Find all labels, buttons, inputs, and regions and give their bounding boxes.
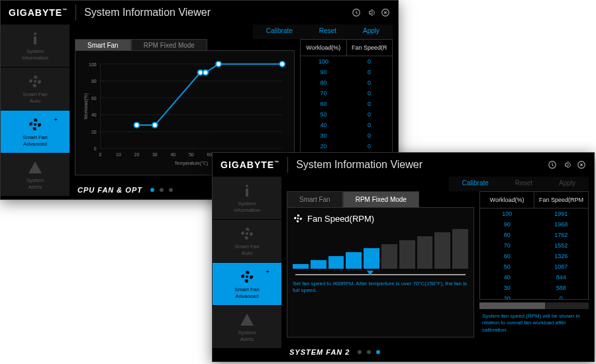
table-cell: 1968 [534,219,589,230]
sidebar-item-label: System Alerts [238,330,256,342]
fan-icon [25,73,45,89]
page-dots [358,350,380,354]
page-dot[interactable] [169,188,173,192]
info-icon [25,30,45,46]
close-icon[interactable] [381,8,390,17]
sidebar-item-smart-fan-advanced[interactable]: + Smart Fan Advanced [1,111,70,153]
svg-point-5 [34,123,36,126]
table-row: 801762 [480,230,588,240]
fan-icon [237,269,257,285]
table-cell: 0 [346,109,392,120]
table-cell: 80 [301,77,346,88]
table-cell: 100 [480,208,534,219]
svg-point-38 [246,185,248,187]
svg-text:40: 40 [91,113,97,117]
table-cell: 0 [346,130,392,141]
table-row: 800 [301,77,392,88]
sidebar-item-label: System Information [22,48,48,61]
table-cell: 1552 [534,240,589,251]
page-dot[interactable] [376,350,380,354]
table-cell: 0 [346,67,392,77]
close-icon[interactable] [577,160,586,169]
table-cell: 40 [480,272,534,283]
gear-icon[interactable] [562,160,571,169]
sidebar-item-system-alerts[interactable]: System Alerts [1,154,70,196]
table-cell: 0 [346,99,392,109]
tab-rpm-fixed[interactable]: RPM Fixed Mode [131,39,207,50]
table-cell: 0 [346,88,392,99]
table-row: 400 [301,120,392,130]
apply-button[interactable]: Apply [350,24,393,39]
svg-point-31 [152,122,158,128]
svg-point-41 [246,275,248,278]
sidebar-item-label: System Alerts [26,177,44,190]
titlebar: GIGABYTE™ System Information Viewer [213,153,594,177]
table-row: 40844 [480,272,588,283]
sidebar-item-smart-fan-auto[interactable]: Smart Fan Auto [213,220,281,262]
calibrate-button[interactable]: Calibrate [449,177,502,191]
table-cell: 40 [301,120,346,130]
reset-button[interactable]: Reset [502,177,546,191]
table-row: 600 [301,99,392,109]
table-cell: 70 [301,88,346,99]
calibration-note: System fan speed (RPM) will be shown in … [479,309,589,338]
svg-text:10: 10 [116,152,121,157]
table-cell: 844 [534,272,589,283]
rpm-panel: Fan Speed(RPM) Set fan speed to 900RPM. … [287,207,474,338]
app-title: System Information Viewer [84,7,352,19]
sidebar-item-system-info[interactable]: System Information [213,177,281,219]
rpm-hint: Set fan speed to 900RPM. After tempertur… [293,281,468,295]
rpm-title: Fan Speed(RPM) [307,214,374,224]
x-axis-label: Temperature(°C) [174,161,208,166]
page-dot[interactable] [358,350,362,354]
table-cell: 20 [301,141,346,152]
svg-point-4 [34,80,36,83]
sidebar-item-label: System Information [234,201,260,213]
sidebar-item-smart-fan-auto[interactable]: Smart Fan Auto [1,68,70,110]
svg-text:0: 0 [99,152,102,157]
titlebar: GIGABYTE™ System Information Viewer [1,1,398,24]
gear-icon[interactable] [366,8,375,17]
calibrate-button[interactable]: Calibrate [253,24,306,39]
apply-button[interactable]: Apply [546,177,589,191]
table-cell: 588 [534,283,589,293]
sidebar: System Information Smart Fan Auto + Smar… [1,24,70,199]
update-icon[interactable] [352,8,361,17]
svg-point-35 [279,62,285,67]
horizontal-scrollbar[interactable] [479,302,589,309]
page-dot[interactable] [150,188,154,192]
sidebar-item-smart-fan-advanced[interactable]: + Smart Fan Advanced [213,263,281,305]
rpm-level-indicator[interactable] [293,229,468,269]
alert-icon [237,312,257,328]
svg-point-34 [216,62,221,67]
table-row: 500 [301,109,392,120]
table-row: 1001991 [480,208,588,219]
app-title: System Information Viewer [296,159,548,171]
svg-text:40: 40 [171,152,176,157]
tab-smart-fan[interactable]: Smart Fan [75,39,131,50]
table-cell: 0 [346,56,392,67]
table-row: 901968 [480,219,588,230]
svg-point-2 [34,32,36,35]
table-cell: 1991 [534,208,589,219]
tab-rpm-fixed[interactable]: RPM Fixed Mode [343,191,419,207]
page-dot[interactable] [160,188,164,192]
table-cell: 80 [480,230,534,240]
window-rpm-fixed: GIGABYTE™ System Information Viewer Syst… [212,152,595,362]
page-dot[interactable] [367,350,371,354]
rpm-slider[interactable] [295,274,466,275]
sidebar-item-system-alerts[interactable]: System Alerts [213,306,281,348]
tab-smart-fan[interactable]: Smart Fan [287,191,343,207]
svg-rect-39 [246,189,248,197]
svg-text:80: 80 [91,79,97,83]
table-cell: 1762 [534,230,589,240]
svg-text:100: 100 [89,62,97,67]
reset-button[interactable]: Reset [306,24,350,39]
fan-icon [237,226,257,242]
info-icon [237,183,257,199]
svg-text:60: 60 [91,96,97,101]
update-icon[interactable] [548,160,557,169]
table-row: 30588 [480,283,588,293]
sidebar-item-system-info[interactable]: System Information [1,24,70,67]
svg-text:30: 30 [152,152,158,157]
